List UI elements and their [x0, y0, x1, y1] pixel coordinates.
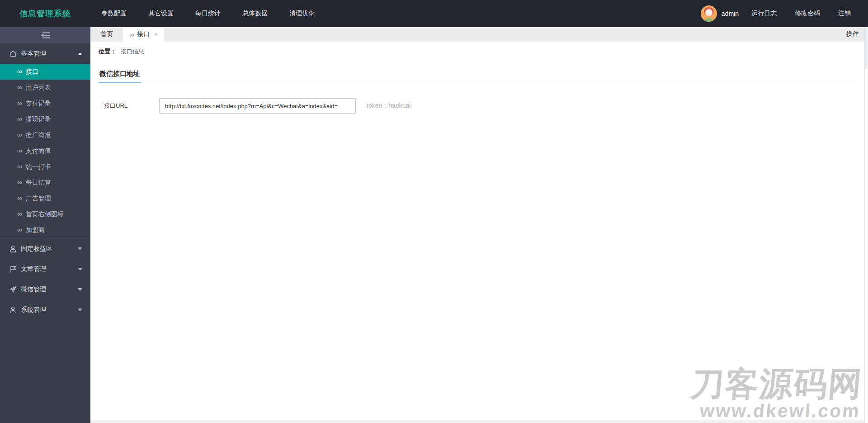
- section-title-tab[interactable]: 微信接口地址: [99, 67, 141, 83]
- chevron-down-icon: [78, 309, 82, 311]
- username-label[interactable]: admin: [722, 10, 742, 17]
- sidebar-group-fixed-income[interactable]: 固定收益区: [0, 238, 90, 259]
- close-icon[interactable]: ×: [154, 31, 158, 38]
- sidebar-group-label: 系统管理: [21, 306, 46, 314]
- sidebar-item-withdrawal-records[interactable]: ∞ 提现记录: [0, 111, 90, 127]
- site-watermark: 刀客源码网 www.dkewl.com: [688, 367, 864, 420]
- sidebar-group-wechat-management[interactable]: 微信管理: [0, 279, 90, 299]
- link-icon: ∞: [17, 84, 22, 90]
- user-avatar[interactable]: [701, 5, 717, 22]
- sidebar-item-label: 加盟商: [26, 226, 45, 234]
- person-icon: [9, 245, 17, 252]
- sidebar-item-label: 提现记录: [26, 115, 51, 124]
- collapse-menu-icon: [41, 32, 50, 38]
- sidebar-item-daily-settlement[interactable]: ∞ 每日结算: [0, 175, 90, 190]
- nav-item-change-password[interactable]: 修改密码: [786, 10, 829, 18]
- breadcrumb-current: 接口信息: [121, 48, 144, 56]
- tab-home[interactable]: 首页: [90, 27, 123, 42]
- scrollbar-thumb[interactable]: [865, 27, 868, 69]
- chevron-up-icon: [78, 52, 82, 55]
- breadcrumb: 位置： 接口信息: [90, 42, 868, 62]
- tab-interface[interactable]: ∞ 接口 ×: [123, 27, 164, 42]
- user-icon: [9, 306, 17, 314]
- sidebar-item-payment-records[interactable]: ∞ 支付记录: [0, 95, 90, 111]
- tab-action-button[interactable]: 操作: [846, 27, 864, 42]
- link-icon: ∞: [17, 195, 22, 201]
- sidebar-item-user-list[interactable]: ∞ 用户列表: [0, 80, 90, 95]
- sidebar-group-block: 固定收益区 文章管理 微信管理: [0, 238, 90, 320]
- link-icon: ∞: [17, 68, 22, 75]
- content-area: 微信接口地址 接口URL token：haokuai 刀客源码网 www.dke…: [90, 62, 868, 423]
- tab-label: 首页: [100, 30, 113, 38]
- link-icon: ∞: [17, 131, 22, 138]
- sidebar-item-home-right-icons[interactable]: ∞ 首页右侧图标: [0, 206, 90, 222]
- sidebar-group-system-management[interactable]: 系统管理: [0, 299, 90, 320]
- sidebar-item-interface[interactable]: ∞ 接口: [0, 64, 90, 80]
- sidebar-item-label: 支付记录: [26, 100, 51, 108]
- paper-plane-icon: [9, 285, 17, 293]
- tab-bar: 首页 ∞ 接口 × 操作: [90, 27, 868, 42]
- tab-label: 接口: [137, 30, 150, 38]
- sidebar-item-promo-poster[interactable]: ∞ 推广海报: [0, 127, 90, 143]
- sidebar-group-label: 微信管理: [21, 285, 46, 294]
- home-icon: [9, 50, 17, 57]
- avatar-face: [705, 9, 712, 16]
- sidebar-item-label: 用户列表: [26, 84, 51, 92]
- sidebar-collapse-button[interactable]: [0, 27, 90, 43]
- sidebar-item-unified-checkin[interactable]: ∞ 统一打卡: [0, 159, 90, 175]
- nav-item-run-log[interactable]: 运行日志: [742, 10, 786, 18]
- nav-item-overall-data[interactable]: 总体数据: [231, 0, 278, 27]
- horizontal-scrollbar[interactable]: [90, 420, 864, 423]
- sidebar-item-label: 支付面值: [26, 147, 51, 155]
- link-icon: ∞: [17, 179, 22, 185]
- link-icon: ∞: [17, 100, 22, 106]
- link-icon: ∞: [17, 147, 22, 154]
- link-icon: ∞: [17, 210, 22, 217]
- sidebar-group-article-management[interactable]: 文章管理: [0, 259, 90, 279]
- avatar-shirt: [703, 18, 715, 22]
- sidebar: 基本管理 ∞ 接口 ∞ 用户列表 ∞ 支付记录 ∞ 提现记录 ∞ 推广海报: [0, 27, 90, 423]
- app-logo: 信息管理系统: [0, 0, 90, 27]
- url-field-label: 接口URL: [104, 102, 159, 110]
- nav-item-cleanup[interactable]: 清理优化: [278, 0, 326, 27]
- link-icon: ∞: [17, 226, 22, 233]
- vertical-scrollbar[interactable]: [864, 27, 868, 423]
- sidebar-item-ad-management[interactable]: ∞ 广告管理: [0, 190, 90, 206]
- token-text: token：haokuai: [367, 102, 410, 110]
- link-icon: ∞: [129, 31, 134, 38]
- sidebar-item-label: 推广海报: [26, 131, 51, 139]
- link-icon: ∞: [17, 115, 22, 122]
- main-panel: 首页 ∞ 接口 × 操作 位置： 接口信息 微信接口地址 接口URL token…: [90, 27, 868, 423]
- sidebar-item-label: 统一打卡: [26, 163, 51, 171]
- nav-item-other-settings[interactable]: 其它设置: [137, 0, 184, 27]
- nav-item-daily-stats[interactable]: 每日统计: [184, 0, 231, 27]
- sidebar-submenu-basic: ∞ 接口 ∞ 用户列表 ∞ 支付记录 ∞ 提现记录 ∞ 推广海报 ∞ 支付面值: [0, 64, 90, 238]
- navbar-menu: 参数配置 其它设置 每日统计 总体数据 清理优化: [90, 0, 326, 27]
- top-navbar: 信息管理系统 参数配置 其它设置 每日统计 总体数据 清理优化 admin 运行…: [0, 0, 868, 27]
- nav-item-logout[interactable]: 注销: [829, 10, 860, 18]
- flag-icon: [9, 265, 17, 273]
- chevron-down-icon: [78, 288, 82, 291]
- breadcrumb-prefix: 位置：: [99, 48, 116, 56]
- sidebar-group-label: 文章管理: [21, 265, 46, 273]
- navbar-right: admin 运行日志 修改密码 注销: [701, 0, 868, 27]
- chevron-down-icon: [78, 268, 82, 271]
- sidebar-item-label: 每日结算: [26, 179, 51, 187]
- sidebar-item-label: 广告管理: [26, 195, 51, 203]
- watermark-url: www.dkewl.com: [688, 402, 861, 420]
- chevron-down-icon: [78, 247, 82, 250]
- link-icon: ∞: [17, 163, 22, 170]
- interface-url-form-row: 接口URL token：haokuai: [99, 98, 860, 114]
- sidebar-item-franchisee[interactable]: ∞ 加盟商: [0, 222, 90, 238]
- watermark-title: 刀客源码网: [689, 367, 864, 401]
- nav-item-param-config[interactable]: 参数配置: [90, 0, 137, 27]
- sidebar-group-label: 基本管理: [21, 50, 46, 58]
- sidebar-item-label: 首页右侧图标: [26, 210, 64, 219]
- navbar-spacer: [326, 0, 701, 27]
- sidebar-item-label: 接口: [26, 68, 38, 76]
- sidebar-group-basic-management[interactable]: 基本管理: [0, 43, 90, 64]
- section-header: 微信接口地址: [99, 62, 860, 83]
- sidebar-item-payment-value[interactable]: ∞ 支付面值: [0, 143, 90, 159]
- interface-url-input[interactable]: [159, 98, 356, 114]
- main-layout: 基本管理 ∞ 接口 ∞ 用户列表 ∞ 支付记录 ∞ 提现记录 ∞ 推广海报: [0, 27, 868, 423]
